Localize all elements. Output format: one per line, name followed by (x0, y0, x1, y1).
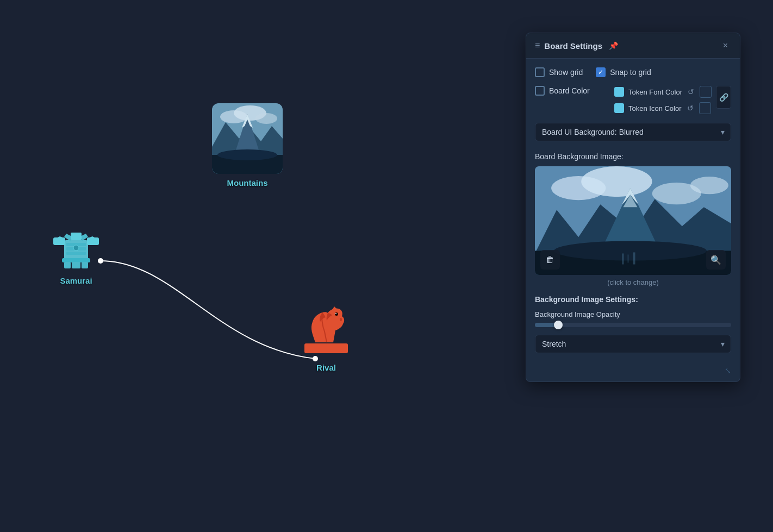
svg-rect-13 (53, 237, 65, 245)
token-icon-color-item: Token Icon Color ↺ (614, 102, 712, 114)
panel-title: Board Settings (544, 41, 602, 51)
board-ui-background-select[interactable]: Board UI Background: Blurred Board UI Ba… (535, 123, 731, 141)
token-rival-label: Rival (316, 363, 336, 372)
board-color-swatch[interactable] (535, 86, 545, 96)
token-mountains[interactable]: Mountains (212, 103, 283, 187)
panel-footer: ⤡ (526, 362, 740, 381)
token-mountains-label: Mountains (227, 178, 268, 187)
svg-point-19 (73, 245, 79, 251)
bg-image-svg (535, 166, 731, 275)
token-font-color-item: Token Font Color ↺ (614, 86, 712, 98)
token-font-color-label: Token Font Color (628, 88, 682, 96)
svg-point-37 (554, 241, 707, 260)
svg-rect-23 (304, 343, 348, 353)
svg-rect-15 (71, 233, 82, 240)
menu-icon: ≡ (535, 41, 540, 51)
bg-settings-title: Background Image Settings: (535, 295, 731, 304)
svg-rect-14 (87, 237, 99, 245)
svg-point-31 (690, 177, 728, 194)
panel-header-left: ≡ Board Settings 📌 (535, 41, 618, 51)
bg-image-delete-button[interactable]: 🗑 (540, 250, 560, 270)
samurai-icon (49, 217, 103, 272)
svg-rect-22 (82, 262, 88, 268)
opacity-slider-track[interactable] (535, 323, 731, 327)
rival-icon (296, 299, 356, 359)
svg-rect-12 (62, 258, 90, 262)
show-grid-label: Show grid (549, 68, 583, 77)
grid-settings-row: Show grid Snap to grid (535, 67, 731, 77)
token-icon-color-reset[interactable]: ↺ (686, 103, 695, 114)
token-font-color-preview[interactable] (700, 86, 712, 98)
opacity-slider-thumb[interactable] (554, 321, 563, 329)
snap-to-grid-label: Snap to grid (610, 68, 651, 77)
stretch-dropdown-wrapper: Stretch Fit Tile Center ▾ (535, 335, 731, 353)
token-icon-color-preview[interactable] (699, 102, 711, 114)
svg-rect-18 (66, 252, 86, 255)
pin-icon: 📌 (609, 41, 618, 50)
board-ui-background-dropdown-wrapper: Board UI Background: Blurred Board UI Ba… (535, 123, 731, 141)
svg-point-29 (581, 166, 652, 197)
board-settings-panel: ≡ Board Settings 📌 × Show grid Snap to g… (526, 33, 740, 382)
token-samurai[interactable]: Samurai (49, 217, 103, 285)
board-background-image-container[interactable]: 🗑 🔍 (535, 166, 731, 275)
svg-point-25 (335, 313, 336, 314)
resize-handle-icon[interactable]: ⤡ (725, 366, 731, 375)
panel-header: ≡ Board Settings 📌 × (526, 33, 740, 59)
show-grid-checkbox[interactable]: Show grid (535, 67, 583, 77)
svg-point-26 (340, 318, 342, 321)
token-colors-group: Token Font Color ↺ Token Icon Color ↺ (614, 86, 712, 114)
svg-point-5 (255, 113, 277, 124)
bg-image-hint: (click to change) (535, 278, 731, 286)
token-font-color-swatch[interactable] (614, 87, 624, 97)
panel-body: Show grid Snap to grid Board Color Token… (526, 59, 740, 362)
board-color-item[interactable]: Board Color (535, 86, 590, 96)
svg-rect-20 (64, 262, 71, 268)
link-colors-button[interactable]: 🔗 (716, 86, 731, 109)
panel-close-button[interactable]: × (720, 40, 731, 52)
board-color-label: Board Color (549, 86, 590, 95)
bg-image-title: Board Background Image: (535, 152, 731, 161)
token-mountains-image (212, 103, 283, 174)
svg-point-10 (217, 149, 277, 160)
token-icon-color-label: Token Icon Color (628, 104, 682, 112)
token-samurai-label: Samurai (60, 276, 92, 285)
snap-to-grid-checkbox-box[interactable] (596, 67, 606, 77)
color-settings-row: Board Color Token Font Color ↺ Token Ico… (535, 86, 731, 114)
svg-rect-40 (633, 252, 635, 264)
token-font-color-reset[interactable]: ↺ (687, 86, 695, 97)
show-grid-checkbox-box[interactable] (535, 67, 545, 77)
svg-point-24 (335, 312, 338, 316)
snap-to-grid-checkbox[interactable]: Snap to grid (596, 67, 651, 77)
token-rival[interactable]: Rival (296, 299, 356, 372)
stretch-select[interactable]: Stretch Fit Tile Center (535, 335, 731, 353)
bg-image-search-button[interactable]: 🔍 (706, 250, 726, 270)
token-icon-color-swatch[interactable] (614, 103, 624, 113)
opacity-label: Background Image Opacity (535, 310, 731, 318)
board-ui-background-row: Board UI Background: Blurred Board UI Ba… (535, 123, 731, 141)
svg-rect-39 (627, 254, 628, 262)
svg-rect-21 (72, 262, 80, 268)
svg-rect-38 (622, 253, 624, 264)
board-background-image-preview (535, 166, 731, 275)
